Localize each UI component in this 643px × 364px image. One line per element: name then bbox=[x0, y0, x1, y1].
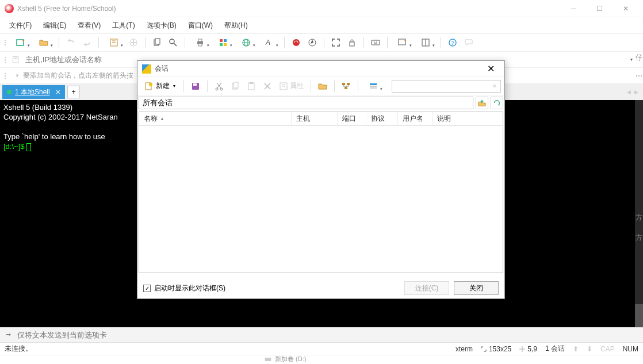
col-host[interactable]: 主机 bbox=[292, 112, 338, 125]
keyboard-button[interactable] bbox=[369, 36, 382, 49]
statusbar: 未连接。 xterm 153x25 5,9 1 会话 ⬆ ⬇ CAP NUM bbox=[0, 342, 643, 355]
tab-nav-left[interactable]: ◀ bbox=[627, 89, 631, 95]
reconnect-button[interactable] bbox=[64, 36, 78, 49]
new-session-button[interactable]: +▾ bbox=[10, 36, 31, 49]
dialog-close-button[interactable]: ✕ bbox=[481, 62, 500, 76]
layout-button[interactable]: ▾ bbox=[415, 36, 436, 49]
new-terminal-button[interactable]: +▾ bbox=[392, 36, 413, 49]
svg-text:+: + bbox=[22, 38, 25, 43]
edge-hint-2: ⋯ bbox=[635, 72, 643, 80]
xagent-button[interactable] bbox=[289, 36, 303, 49]
dialog-icon bbox=[142, 64, 151, 74]
address-grip[interactable] bbox=[3, 57, 7, 63]
svg-rect-39 bbox=[265, 358, 271, 361]
close-button[interactable]: ✕ bbox=[613, 1, 638, 17]
tab-add-button[interactable]: + bbox=[67, 86, 80, 98]
col-name[interactable]: 名称▲ bbox=[139, 112, 292, 125]
open-button[interactable]: ▾ bbox=[33, 36, 54, 49]
pos-icon bbox=[519, 346, 525, 352]
properties-button[interactable]: ▾ bbox=[104, 36, 124, 49]
minimize-button[interactable]: ─ bbox=[561, 1, 587, 17]
toolbar-grip[interactable] bbox=[3, 40, 7, 45]
dialog-startup-checkbox[interactable]: ✓ 启动时显示此对话框(S) bbox=[143, 283, 225, 293]
status-dot-icon bbox=[7, 90, 12, 94]
dialog-view-button[interactable]: ▾ bbox=[363, 79, 384, 93]
dialog-tree-button[interactable] bbox=[339, 79, 353, 93]
svg-rect-57 bbox=[370, 86, 377, 87]
color-scheme-button[interactable]: ▾ bbox=[213, 36, 234, 49]
taskbar-strip: 新加卷 (D:) bbox=[0, 355, 643, 363]
dialog-properties-button[interactable]: 属性 bbox=[277, 79, 306, 93]
dialog-paste-button[interactable] bbox=[244, 79, 258, 93]
svg-rect-35 bbox=[13, 56, 18, 63]
host-icon bbox=[12, 56, 20, 64]
svg-rect-53 bbox=[342, 83, 345, 85]
dialog-copy-button[interactable] bbox=[228, 79, 242, 93]
print-button[interactable]: ▾ bbox=[190, 36, 210, 49]
lock-button[interactable] bbox=[345, 36, 359, 49]
dialog-refresh-button[interactable] bbox=[491, 97, 503, 109]
new-file-icon bbox=[144, 82, 154, 91]
language-button[interactable]: ▾ bbox=[236, 36, 257, 49]
dialog-close-btn[interactable]: 关闭 bbox=[454, 281, 499, 295]
menu-window[interactable]: 窗口(W) bbox=[183, 18, 217, 33]
dialog-delete-button[interactable] bbox=[261, 79, 274, 93]
transfer-button[interactable] bbox=[127, 36, 140, 49]
dialog-cut-button[interactable] bbox=[212, 79, 226, 93]
term-line-2: Copyright (c) 2002-2017 NetSaran bbox=[3, 113, 118, 121]
arrow-icon[interactable] bbox=[12, 72, 20, 80]
dialog-new-button[interactable]: 新建 ▾ bbox=[141, 80, 179, 92]
dialog-path-row bbox=[137, 95, 504, 110]
tab-nav-right[interactable]: ▶ bbox=[634, 89, 638, 95]
font-button[interactable]: A▾ bbox=[259, 36, 280, 49]
size-icon bbox=[481, 346, 487, 352]
status-size: 153x25 bbox=[481, 345, 511, 353]
dialog-path-input[interactable] bbox=[139, 97, 473, 109]
dialog-save-button[interactable] bbox=[189, 79, 202, 93]
send-input[interactable] bbox=[17, 330, 640, 340]
tip-text: 要添加当前会话，点击左侧的箭头按 bbox=[23, 71, 133, 81]
svg-text:?: ? bbox=[451, 40, 454, 46]
maximize-button[interactable]: ☐ bbox=[587, 1, 613, 17]
help-button[interactable]: ? bbox=[446, 36, 460, 49]
address-dropdown[interactable]: ▾ bbox=[630, 57, 633, 62]
tab-label: 1 本地Shell bbox=[15, 87, 50, 97]
send-menu-icon[interactable]: ⮕ bbox=[3, 332, 14, 338]
menu-tools[interactable]: 工具(T) bbox=[108, 18, 139, 33]
col-desc[interactable]: 说明 bbox=[433, 112, 503, 125]
menu-edit[interactable]: 编辑(E) bbox=[39, 18, 71, 33]
menu-view[interactable]: 查看(V) bbox=[73, 18, 105, 33]
send-bar: ⮕ bbox=[0, 327, 643, 342]
menubar: 文件(F) 编辑(E) 查看(V) 工具(T) 选项卡(B) 窗口(W) 帮助(… bbox=[0, 17, 643, 33]
status-num: NUM bbox=[623, 345, 638, 353]
dialog-search-input[interactable] bbox=[396, 81, 493, 91]
svg-rect-58 bbox=[370, 87, 377, 89]
tip-grip[interactable] bbox=[3, 73, 7, 79]
find-button[interactable] bbox=[166, 36, 180, 49]
col-port[interactable]: 端口 bbox=[338, 112, 366, 125]
edge-hint-1: 仔 bbox=[635, 53, 643, 63]
disconnect-button[interactable] bbox=[80, 36, 94, 49]
col-proto[interactable]: 协议 bbox=[366, 112, 398, 125]
checkbox-icon: ✓ bbox=[143, 285, 151, 292]
svg-rect-49 bbox=[250, 82, 253, 84]
app-icon bbox=[5, 4, 14, 13]
copy-button[interactable] bbox=[150, 36, 164, 49]
term-prompt: [d:\~]$ bbox=[3, 142, 26, 151]
fullscreen-button[interactable] bbox=[329, 36, 343, 49]
compass-button[interactable] bbox=[305, 36, 319, 49]
menu-file[interactable]: 文件(F) bbox=[5, 18, 36, 33]
menu-help[interactable]: 帮助(H) bbox=[220, 18, 252, 33]
menu-tabs[interactable]: 选项卡(B) bbox=[142, 18, 181, 33]
chat-button[interactable] bbox=[462, 36, 476, 49]
col-user[interactable]: 用户名 bbox=[398, 112, 433, 125]
dialog-title: 会话 bbox=[155, 64, 481, 74]
svg-rect-54 bbox=[347, 83, 350, 85]
dialog-search[interactable] bbox=[392, 80, 501, 93]
dialog-up-button[interactable] bbox=[476, 97, 488, 109]
cursor-icon bbox=[26, 143, 31, 151]
dialog-folder-button[interactable] bbox=[316, 79, 330, 93]
tab-local-shell[interactable]: 1 本地Shell × bbox=[2, 85, 65, 99]
dialog-list-body[interactable] bbox=[139, 126, 503, 273]
tab-close-icon[interactable]: × bbox=[56, 87, 60, 97]
